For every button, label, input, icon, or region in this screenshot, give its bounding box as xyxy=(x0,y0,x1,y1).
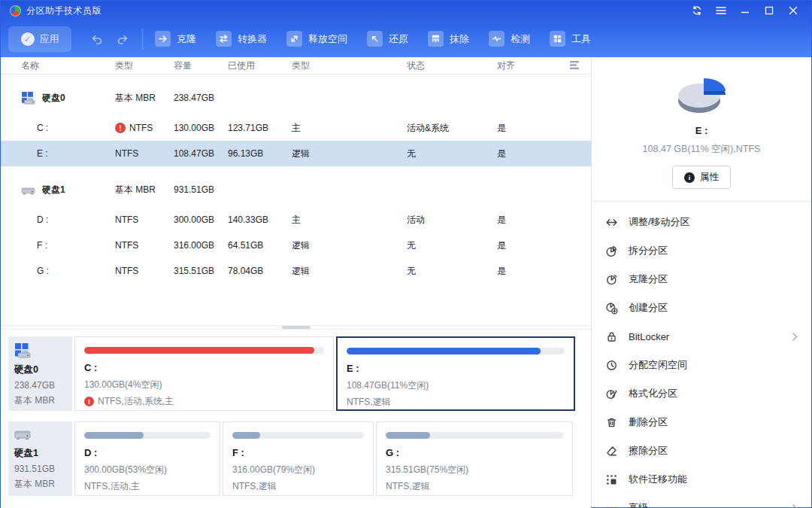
toolbar-item-restore[interactable]: 还原 xyxy=(367,31,408,47)
disk0-icon xyxy=(21,92,35,105)
partition-block-f[interactable]: F : 316.00GB(79%空闲) NTFS,逻辑 xyxy=(223,421,374,496)
menu-button[interactable] xyxy=(709,2,733,20)
cell-capacity: 130.00GB xyxy=(174,123,228,133)
sidebar-item-format-partition[interactable]: 格式化分区 xyxy=(592,379,811,408)
free-space-icon xyxy=(286,31,302,47)
disk-strip-1: 硬盘1 931.51GB 基本 MBR D : 300.00GB(53%空闲) … xyxy=(8,421,583,496)
cell-used: 64.51GB xyxy=(228,240,292,251)
table-row-disk0[interactable]: 硬盘0 基本 MBR 238.47GB xyxy=(1,81,591,115)
cell-capacity: 300.00GB xyxy=(174,214,228,225)
sidebar-item-clone-partition[interactable]: 克隆分区 xyxy=(592,265,811,294)
toolbar-item-tools[interactable]: 工具 xyxy=(550,31,591,47)
disk0-icon xyxy=(14,343,31,358)
sidebar-item-wipe-partition[interactable]: 擦除分区 xyxy=(592,437,811,465)
redo-button[interactable] xyxy=(114,30,132,48)
wipe-icon xyxy=(428,31,444,47)
tools-icon xyxy=(550,31,565,47)
column-header-name: 名称 xyxy=(21,59,115,72)
cell-aligned: 是 xyxy=(497,148,557,160)
sidebar-item-resize-move[interactable]: 调整/移动分区 xyxy=(592,208,811,236)
sidebar-menu: 调整/移动分区 拆分分区 克隆分区 xyxy=(592,202,811,508)
partition-block-c[interactable]: C : 130.00GB(4%空闲) !NTFS,活动,系统,主 xyxy=(74,336,334,411)
disk1-icon xyxy=(21,184,35,196)
sidebar-item-allocate-free-space[interactable]: 分配空闲空间 xyxy=(592,351,811,379)
disk1-icon xyxy=(14,428,31,442)
table-row-g[interactable]: G : NTFS 315.51GB 78.04GB 逻辑 无 是 xyxy=(1,258,591,284)
selected-partition-summary: E : 108.47 GB(11% 空闲),NTFS i 属性 xyxy=(592,57,811,202)
toolbar-item-clone[interactable]: 克隆 xyxy=(155,31,196,47)
usage-bar-g xyxy=(386,432,430,439)
cell-capacity: 238.47GB xyxy=(174,93,228,103)
table-row-d[interactable]: D : NTFS 300.00GB 140.33GB 主 活动 是 xyxy=(1,207,591,233)
usage-bar-e xyxy=(347,348,541,354)
clone-icon xyxy=(155,31,171,47)
sidebar-item-bitlocker[interactable]: BitLocker xyxy=(592,322,811,351)
toolbar-item-converter[interactable]: 转换器 xyxy=(216,31,267,47)
titlebar[interactable]: 分区助手技术员版 xyxy=(1,1,811,20)
cell-aligned: 是 xyxy=(497,122,557,135)
cell-used: 78.04GB xyxy=(228,266,292,276)
trash-icon xyxy=(605,416,618,429)
table-row-c[interactable]: C : !NTFS 130.00GB 123.71GB 主 活动&系统 是 xyxy=(1,115,591,141)
chevron-right-icon xyxy=(792,504,798,508)
split-partition-icon xyxy=(605,245,618,257)
cell-part-type: 主 xyxy=(292,214,407,227)
minimize-icon xyxy=(741,6,750,15)
chevron-right-icon xyxy=(792,333,798,341)
partition-block-d[interactable]: D : 300.00GB(53%空闲) NTFS,活动,主 xyxy=(74,421,220,496)
partition-block-e[interactable]: E : 108.47GB(11%空闲) NTFS,逻辑 xyxy=(336,336,575,411)
cell-capacity: 315.51GB xyxy=(174,266,228,276)
column-header-status: 状态 xyxy=(407,59,497,72)
toolbar-item-free-space[interactable]: 释放空间 xyxy=(286,31,347,47)
cell-fs: 基本 MBR xyxy=(115,184,174,196)
table-row-f[interactable]: F : NTFS 316.00GB 64.51GB 逻辑 无 是 xyxy=(1,233,591,258)
sidebar-item-app-migration[interactable]: 软件迁移功能 xyxy=(592,465,811,494)
check-circle-icon: ✓ xyxy=(21,32,35,46)
table-row-disk1[interactable]: 硬盘1 基本 MBR 931.51GB xyxy=(1,172,591,207)
resize-move-icon xyxy=(605,216,618,229)
cell-aligned: 是 xyxy=(497,214,557,227)
apply-button[interactable]: ✓ 应用 xyxy=(8,26,71,52)
minimize-button[interactable] xyxy=(733,2,757,20)
cell-part-type: 逻辑 xyxy=(292,148,407,160)
table-row-e[interactable]: E : NTFS 108.47GB 96.13GB 逻辑 无 是 xyxy=(1,141,591,166)
sidebar-item-split-partition[interactable]: 拆分分区 xyxy=(592,236,811,265)
close-button[interactable] xyxy=(781,2,805,20)
cell-capacity: 108.47GB xyxy=(174,148,228,159)
cell-status: 无 xyxy=(407,265,497,278)
splitter-handle-icon xyxy=(282,326,311,329)
column-header-used: 已使用 xyxy=(228,59,292,72)
disk0-label-card[interactable]: 硬盘0 238.47GB 基本 MBR xyxy=(8,336,72,411)
clock-icon xyxy=(605,359,618,372)
app-logo-icon xyxy=(10,5,21,17)
maximize-button[interactable] xyxy=(757,2,781,20)
cell-aligned: 是 xyxy=(497,239,557,252)
selected-partition-info: 108.47 GB(11% 空闲),NTFS xyxy=(599,143,804,156)
disk1-label-card[interactable]: 硬盘1 931.51GB 基本 MBR xyxy=(8,421,72,496)
sidebar: E : 108.47 GB(11% 空闲),NTFS i 属性 调整/移动分区 xyxy=(591,57,811,507)
sidebar-item-advanced[interactable]: 高级 xyxy=(592,494,811,508)
toolbar-separator xyxy=(142,29,143,50)
cell-aligned: 是 xyxy=(497,265,557,278)
toolbar-item-detect[interactable]: 检测 xyxy=(489,31,530,47)
column-header-capacity: 容量 xyxy=(174,59,228,72)
toolbar: ✓ 应用 xyxy=(1,20,811,57)
toolbar-item-wipe[interactable]: 抹除 xyxy=(428,31,469,47)
cell-capacity: 316.00GB xyxy=(174,240,228,251)
cell-capacity: 931.51GB xyxy=(174,184,228,195)
detect-icon xyxy=(489,31,504,47)
maximize-icon xyxy=(765,6,774,15)
create-partition-icon xyxy=(605,302,618,315)
refresh-icon xyxy=(692,5,702,16)
sidebar-item-create-partition[interactable]: 创建分区 xyxy=(592,294,811,322)
sidebar-item-delete-partition[interactable]: 删除分区 xyxy=(592,408,811,437)
cell-used: 96.13GB xyxy=(228,148,292,159)
partition-block-g[interactable]: G : 315.51GB(75%空闲) NTFS,逻辑 xyxy=(376,421,573,496)
disk-map: 硬盘0 238.47GB 基本 MBR C : 130.00GB(4%空闲) !… xyxy=(1,330,591,508)
properties-button[interactable]: i 属性 xyxy=(672,166,731,189)
usage-bar-c xyxy=(84,347,314,354)
column-header-aligned: 对齐 xyxy=(497,59,557,72)
refresh-button[interactable] xyxy=(685,2,709,20)
view-toggle-button[interactable] xyxy=(557,61,591,70)
undo-button[interactable] xyxy=(88,30,106,48)
